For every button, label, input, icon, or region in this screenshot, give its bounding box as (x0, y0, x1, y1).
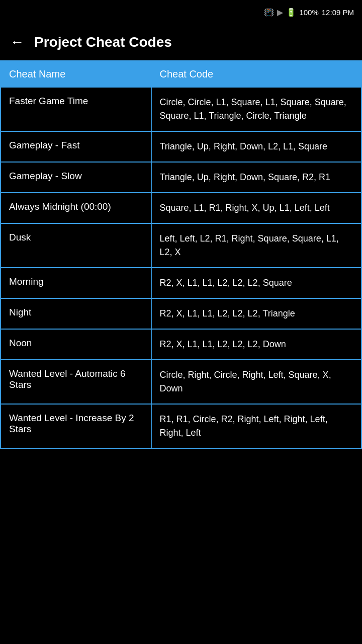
cheat-code-cell: Square, L1, R1, Right, X, Up, L1, Left, … (151, 193, 361, 223)
cheat-table: Cheat Name Cheat Code Faster Game TimeCi… (0, 60, 362, 449)
sim-icon: ▶ (277, 8, 283, 17)
cheat-name-cell: Faster Game Time (1, 88, 151, 132)
cheat-code-cell: R2, X, L1, L1, L2, L2, L2, Triangle (151, 298, 361, 329)
cheat-code-cell: Left, Left, L2, R1, Right, Square, Squar… (151, 223, 361, 268)
table-row: Faster Game TimeCircle, Circle, L1, Squa… (1, 88, 361, 132)
table-row: NoonR2, X, L1, L1, L2, L2, L2, Down (1, 329, 361, 360)
cheat-code-cell: R1, R1, Circle, R2, Right, Left, Right, … (151, 404, 361, 448)
cheat-name-cell: Always Midnight (00:00) (1, 193, 151, 223)
cheat-name-cell: Gameplay - Fast (1, 131, 151, 162)
cheat-name-cell: Wanted Level - Increase By 2 Stars (1, 404, 151, 448)
cheat-code-cell: Circle, Circle, L1, Square, L1, Square, … (151, 88, 361, 132)
status-bar: 📳 ▶ 🔋 100% 12:09 PM (0, 0, 362, 24)
cheat-code-cell: R2, X, L1, L1, L2, L2, L2, Down (151, 329, 361, 360)
cheat-name-cell: Night (1, 298, 151, 329)
table-row: Always Midnight (00:00)Square, L1, R1, R… (1, 193, 361, 223)
status-icons: 📳 ▶ 🔋 100% 12:09 PM (264, 8, 354, 17)
header-cheat-code: Cheat Code (151, 61, 361, 88)
cheat-code-cell: Triangle, Up, Right, Down, L2, L1, Squar… (151, 131, 361, 162)
table-row: Wanted Level - Automatic 6 StarsCircle, … (1, 360, 361, 404)
table-row: Gameplay - SlowTriangle, Up, Right, Down… (1, 162, 361, 193)
cheat-code-cell: R2, X, L1, L1, L2, L2, L2, Square (151, 268, 361, 298)
table-row: Gameplay - FastTriangle, Up, Right, Down… (1, 131, 361, 162)
battery-icon: 🔋 (286, 8, 296, 17)
cheat-table-container: Cheat Name Cheat Code Faster Game TimeCi… (0, 60, 362, 449)
cheat-name-cell: Morning (1, 268, 151, 298)
back-button[interactable]: ← (10, 34, 24, 50)
cheat-code-cell: Circle, Right, Circle, Right, Left, Squa… (151, 360, 361, 404)
cheat-name-cell: Noon (1, 329, 151, 360)
battery-text: 100% (299, 8, 318, 17)
table-row: MorningR2, X, L1, L1, L2, L2, L2, Square (1, 268, 361, 298)
cheat-name-cell: Dusk (1, 223, 151, 268)
header-cheat-name: Cheat Name (1, 61, 151, 88)
cheat-name-cell: Wanted Level - Automatic 6 Stars (1, 360, 151, 404)
table-row: Wanted Level - Increase By 2 StarsR1, R1… (1, 404, 361, 448)
vibrate-icon: 📳 (264, 8, 274, 17)
table-row: NightR2, X, L1, L1, L2, L2, L2, Triangle (1, 298, 361, 329)
toolbar: ← Project Cheat Codes (0, 24, 362, 60)
cheat-code-cell: Triangle, Up, Right, Down, Square, R2, R… (151, 162, 361, 193)
page-title: Project Cheat Codes (34, 34, 172, 50)
table-body: Faster Game TimeCircle, Circle, L1, Squa… (1, 88, 361, 449)
table-row: DuskLeft, Left, L2, R1, Right, Square, S… (1, 223, 361, 268)
cheat-name-cell: Gameplay - Slow (1, 162, 151, 193)
time-text: 12:09 PM (322, 8, 354, 17)
table-header: Cheat Name Cheat Code (1, 61, 361, 88)
